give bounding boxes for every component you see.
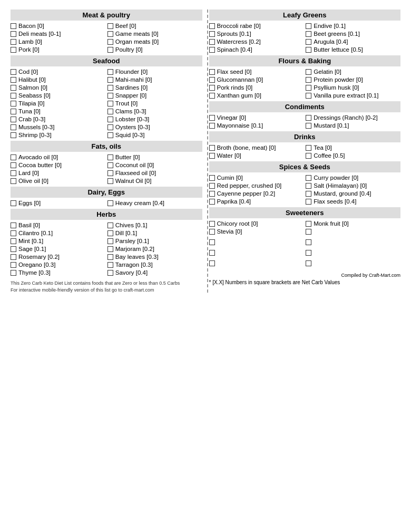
item-label: Monk fruit [0] [314, 220, 348, 227]
checkbox[interactable] [209, 183, 215, 189]
checkbox-empty[interactable] [306, 239, 311, 245]
checkbox[interactable] [11, 200, 16, 206]
checkbox[interactable] [209, 93, 215, 99]
checkbox[interactable] [11, 85, 16, 91]
checkbox[interactable] [107, 200, 113, 206]
list-item: Dill [0.1] [107, 229, 202, 237]
checkbox[interactable] [209, 199, 215, 205]
checkbox[interactable] [107, 262, 113, 268]
checkbox[interactable] [306, 77, 311, 83]
checkbox-empty[interactable] [306, 260, 311, 266]
checkbox[interactable] [11, 69, 16, 75]
checkbox[interactable] [306, 145, 311, 151]
checkbox[interactable] [306, 85, 311, 91]
checkbox[interactable] [107, 270, 113, 276]
checkbox[interactable] [11, 230, 16, 236]
checkbox[interactable] [107, 254, 113, 260]
checkbox-empty[interactable] [306, 229, 311, 235]
checkbox[interactable] [11, 154, 16, 160]
checkbox[interactable] [306, 31, 311, 37]
checkbox[interactable] [107, 93, 113, 99]
checkbox-empty[interactable] [209, 250, 215, 256]
checkbox[interactable] [209, 221, 215, 227]
checkbox[interactable] [209, 23, 215, 29]
checkbox[interactable] [107, 162, 113, 168]
checkbox[interactable] [306, 39, 311, 45]
checkbox[interactable] [107, 85, 113, 91]
checkbox[interactable] [209, 39, 215, 45]
checkbox[interactable] [11, 39, 16, 45]
checkbox[interactable] [306, 191, 311, 197]
item-label: Cod [0] [18, 69, 38, 75]
checkbox[interactable] [11, 31, 16, 37]
checkbox[interactable] [11, 101, 16, 107]
checkbox[interactable] [107, 223, 113, 228]
checkbox[interactable] [107, 77, 113, 83]
checkbox[interactable] [306, 93, 311, 99]
checkbox[interactable] [306, 175, 311, 181]
checkbox[interactable] [11, 132, 16, 138]
checkbox[interactable] [11, 47, 16, 53]
checkbox[interactable] [11, 170, 16, 176]
checkbox[interactable] [107, 31, 113, 37]
checkbox[interactable] [11, 77, 16, 83]
checkbox[interactable] [209, 31, 215, 37]
checkbox-empty[interactable] [209, 260, 215, 266]
checkbox[interactable] [107, 238, 113, 244]
checkbox[interactable] [107, 69, 113, 75]
checkbox[interactable] [107, 230, 113, 236]
checkbox[interactable] [306, 123, 311, 129]
checkbox[interactable] [209, 85, 215, 91]
checkbox[interactable] [306, 69, 311, 75]
checkbox[interactable] [11, 162, 16, 168]
section-header-flours-baking: Flours & Baking [209, 55, 401, 66]
checkbox[interactable] [209, 69, 215, 75]
checkbox[interactable] [107, 47, 113, 53]
checkbox[interactable] [107, 101, 113, 107]
checkbox[interactable] [209, 123, 215, 129]
checkbox[interactable] [306, 23, 311, 29]
checkbox[interactable] [107, 170, 113, 176]
checkbox[interactable] [107, 109, 113, 114]
checkbox[interactable] [306, 221, 311, 227]
checkbox[interactable] [11, 254, 16, 260]
checkbox[interactable] [11, 223, 16, 228]
checkbox[interactable] [11, 238, 16, 244]
checkbox[interactable] [107, 246, 113, 252]
checkbox[interactable] [11, 124, 16, 130]
item-label: Endive [0.1] [314, 23, 346, 29]
checkbox[interactable] [209, 115, 215, 121]
checkbox[interactable] [11, 117, 16, 122]
checkbox[interactable] [107, 117, 113, 122]
checkbox[interactable] [306, 183, 311, 189]
checkbox[interactable] [209, 145, 215, 151]
checkbox[interactable] [209, 229, 215, 235]
list-item: Monk fruit [0] [306, 220, 400, 227]
checkbox[interactable] [11, 23, 16, 29]
checkbox[interactable] [209, 153, 215, 159]
checkbox[interactable] [306, 153, 311, 159]
checkbox[interactable] [107, 178, 113, 184]
checkbox[interactable] [306, 199, 311, 205]
checkbox[interactable] [306, 47, 311, 53]
checkbox-empty[interactable] [306, 250, 311, 256]
checkbox[interactable] [11, 93, 16, 99]
checkbox[interactable] [107, 124, 113, 130]
checkbox[interactable] [11, 270, 16, 276]
checkbox[interactable] [209, 77, 215, 83]
item-label: Psyllium husk [0] [314, 84, 359, 91]
checkbox[interactable] [107, 154, 113, 160]
checkbox[interactable] [107, 39, 113, 45]
checkbox[interactable] [11, 178, 16, 184]
checkbox[interactable] [209, 47, 215, 53]
checkbox[interactable] [107, 23, 113, 29]
checkbox[interactable] [306, 115, 311, 121]
checkbox-empty[interactable] [209, 239, 215, 245]
checkbox[interactable] [209, 191, 215, 197]
checkbox[interactable] [209, 175, 215, 181]
checkbox[interactable] [107, 132, 113, 138]
checkbox[interactable] [11, 109, 16, 114]
checkbox[interactable] [11, 262, 16, 268]
list-item: Tea [0] [306, 144, 400, 151]
checkbox[interactable] [11, 246, 16, 252]
